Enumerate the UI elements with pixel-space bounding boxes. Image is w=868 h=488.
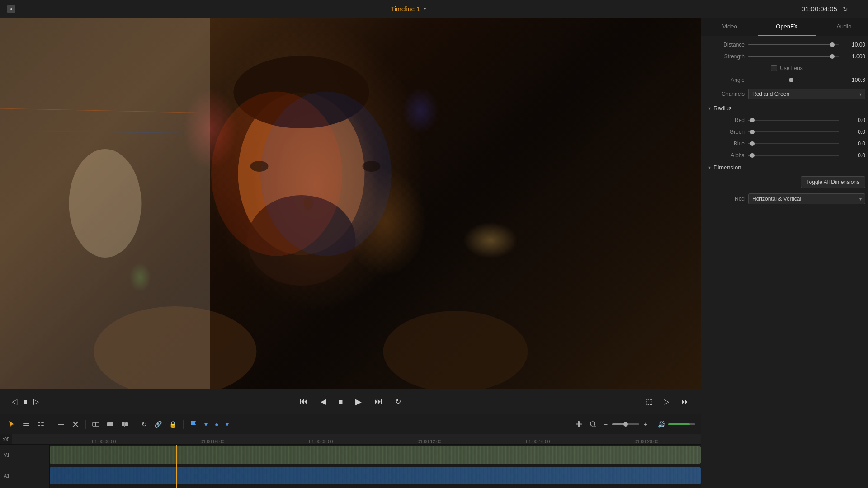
angle-slider-thumb[interactable]: [789, 78, 793, 82]
distance-slider[interactable]: [748, 44, 839, 46]
loop-btn[interactable]: ↻: [392, 395, 404, 408]
radius-red-slider[interactable]: [748, 119, 839, 121]
svg-line-30: [594, 426, 596, 427]
radius-alpha-slider[interactable]: [748, 155, 839, 156]
tab-audio[interactable]: Audio: [816, 18, 868, 36]
refresh-icon[interactable]: ↻: [843, 5, 848, 13]
zoom-out-btn[interactable]: −: [601, 419, 610, 430]
play-btn[interactable]: ▶: [353, 395, 364, 408]
tab-video[interactable]: Video: [701, 18, 758, 36]
insert-btn[interactable]: [90, 419, 102, 430]
svg-point-8: [363, 161, 381, 172]
ruler-label-5: 01:00:20:00: [635, 439, 659, 444]
audio-clip-1[interactable]: [50, 467, 701, 484]
svg-point-7: [250, 161, 269, 172]
angle-slider[interactable]: [748, 79, 839, 81]
radius-alpha-thumb[interactable]: [750, 153, 755, 158]
use-lens-checkbox[interactable]: [771, 65, 777, 71]
tool-sep-1: [51, 420, 51, 429]
link-btn[interactable]: 🔗: [151, 419, 165, 430]
radius-blue-thumb[interactable]: [750, 141, 755, 146]
dimension-red-select[interactable]: Horizontal & Vertical Horizontal Only Ve…: [748, 193, 865, 204]
color-marker-btn[interactable]: ●: [212, 419, 221, 430]
toggle-all-dimensions-btn[interactable]: Toggle All Dimensions: [801, 176, 865, 188]
snap-btn[interactable]: [572, 419, 585, 430]
flag-btn[interactable]: [187, 419, 200, 430]
use-lens-label: Use Lens: [780, 65, 803, 71]
track-content: [50, 445, 701, 488]
svg-rect-17: [41, 422, 44, 423]
trim-tool-btn[interactable]: [20, 419, 33, 430]
ruler-label-1: 01:00:04:00: [201, 439, 225, 444]
radius-red-value: 0.0: [843, 117, 865, 123]
tab-openfx[interactable]: OpenFX: [758, 18, 815, 36]
stop-btn[interactable]: ■: [336, 396, 346, 408]
nav-prev-btn[interactable]: ◁: [9, 395, 20, 408]
loop-btn2[interactable]: ↻: [139, 419, 150, 430]
svg-rect-25: [122, 422, 124, 426]
radius-green-thumb[interactable]: [750, 130, 755, 134]
volume-slider[interactable]: [668, 423, 695, 425]
next-marker-btn[interactable]: ▷|: [661, 395, 674, 408]
svg-point-4: [383, 311, 528, 389]
radius-section-header[interactable]: ▾ Radius: [708, 105, 865, 112]
svg-rect-21: [58, 424, 64, 425]
dimension-section-header[interactable]: ▾ Dimension: [708, 164, 865, 171]
radius-blue-slider[interactable]: [748, 143, 839, 145]
transport-bar: ◁ ▷ ⏮ ◀ ■ ▶ ⏭ ↻ ⬚ ▷| ⏭: [0, 389, 701, 414]
zoom-to-fit-btn[interactable]: [587, 419, 599, 430]
param-row-distance: Distance 10.00: [708, 42, 865, 48]
main-content: ◁ ▷ ⏮ ◀ ■ ▶ ⏭ ↻ ⬚ ▷| ⏭: [0, 18, 868, 488]
svg-rect-15: [23, 425, 29, 426]
select-tool-btn[interactable]: [5, 419, 18, 430]
zoom-in-btn[interactable]: +: [641, 419, 650, 430]
radius-blue-slider-track: [748, 143, 839, 144]
channels-select-wrapper[interactable]: Red and Green Red and Blue Green and Blu…: [748, 89, 865, 99]
volume-control: 🔊: [658, 421, 695, 428]
ripple-btn[interactable]: [118, 419, 131, 430]
overwrite-btn[interactable]: [104, 419, 117, 430]
video-clip-1[interactable]: [50, 446, 701, 464]
param-row-dimension-red: Red Horizontal & Vertical Horizontal Onl…: [708, 193, 865, 204]
fullscreen-btn[interactable]: ⬚: [643, 395, 656, 408]
radius-red-thumb[interactable]: [750, 118, 755, 122]
lock-btn[interactable]: 🔒: [166, 419, 179, 430]
top-bar: ● Timeline 1 ▾ 01:00:04:05 ↻ ⋯: [0, 0, 868, 18]
dynamic-trim-btn[interactable]: [34, 419, 47, 430]
strength-value: 1.000: [843, 53, 865, 60]
video-section: ◁ ▷ ⏮ ◀ ■ ▶ ⏭ ↻ ⬚ ▷| ⏭: [0, 18, 701, 488]
svg-point-11: [69, 149, 142, 258]
color-marker-dropdown-btn[interactable]: ▾: [223, 419, 231, 430]
zoom-slider[interactable]: [612, 423, 639, 425]
skip-back-btn[interactable]: ⏮: [297, 395, 311, 408]
skip-fwd-btn[interactable]: ⏭: [372, 395, 385, 408]
strength-slider[interactable]: [748, 56, 839, 57]
timeline-title-area[interactable]: Timeline 1 ▾: [391, 5, 426, 13]
ruler-mark-0: 01:00:00:00: [50, 439, 158, 444]
tool-sep-5: [654, 420, 654, 429]
param-row-radius-blue: Blue 0.0: [708, 141, 865, 147]
snip-tool-btn[interactable]: [69, 419, 82, 430]
tool-sep-3: [135, 420, 135, 429]
timeline-title: Timeline 1: [391, 5, 420, 13]
top-bar-left: ●: [7, 5, 15, 13]
strength-slider-fill: [748, 56, 830, 57]
radius-green-slider[interactable]: [748, 131, 839, 133]
flag-dropdown-btn[interactable]: ▾: [202, 419, 210, 430]
nav-next-btn[interactable]: ▷: [31, 395, 42, 408]
strength-slider-thumb[interactable]: [830, 54, 835, 59]
last-frame-btn[interactable]: ⏭: [679, 396, 692, 408]
use-lens-checkbox-group[interactable]: Use Lens: [771, 65, 803, 71]
more-options-btn[interactable]: ⋯: [854, 5, 861, 13]
channels-select[interactable]: Red and Green Red and Blue Green and Blu…: [748, 89, 865, 99]
step-back-btn[interactable]: ◀: [318, 395, 329, 408]
dimension-toggle-row: Toggle All Dimensions: [708, 176, 865, 188]
distance-slider-thumb[interactable]: [830, 42, 835, 47]
timeline-dropdown-arrow[interactable]: ▾: [424, 6, 426, 11]
tool-sep-4: [183, 420, 184, 429]
radius-alpha-value: 0.0: [843, 152, 865, 159]
blade-tool-btn[interactable]: [55, 419, 67, 430]
param-row-channels: Channels Red and Green Red and Blue Gree…: [708, 89, 865, 99]
angle-slider-fill: [748, 80, 789, 80]
dimension-red-select-wrapper[interactable]: Horizontal & Vertical Horizontal Only Ve…: [748, 193, 865, 204]
